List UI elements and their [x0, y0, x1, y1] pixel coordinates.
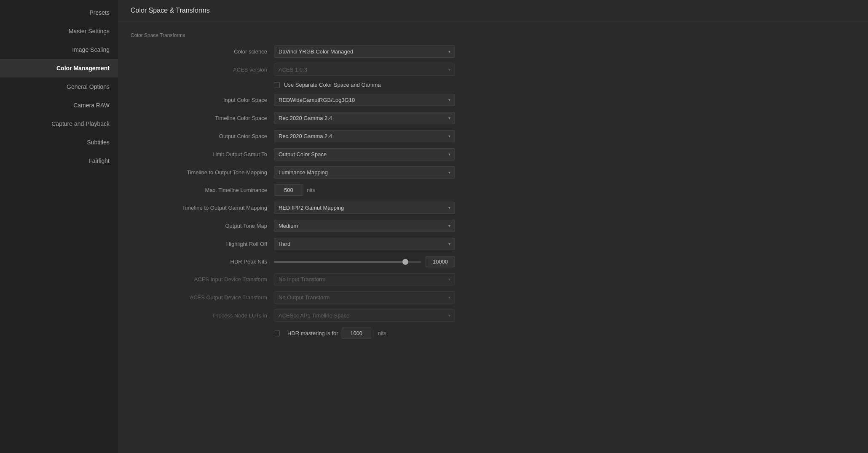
output-tone-map-value: Medium: [279, 223, 298, 229]
hdr-peak-nits-slider-thumb[interactable]: [402, 259, 408, 265]
max-luminance-unit: nits: [307, 187, 315, 193]
hdr-mastering-row: HDR mastering is for nits: [118, 325, 868, 342]
chevron-down-icon: ▾: [448, 313, 450, 318]
timeline-color-space-dropdown[interactable]: Rec.2020 Gamma 2.4 ▾: [274, 112, 455, 124]
process-node-luts-label: Process Node LUTs in: [131, 312, 274, 319]
hdr-peak-nits-slider-track[interactable]: [274, 261, 421, 263]
page-header: Color Space & Transforms: [118, 0, 868, 21]
hdr-peak-nits-input[interactable]: [426, 256, 455, 267]
output-tone-map-row: Output Tone Map Medium ▾: [118, 217, 868, 235]
chevron-down-icon: ▾: [448, 49, 450, 54]
max-luminance-control: nits: [274, 184, 455, 196]
gamut-mapping-dropdown[interactable]: RED IPP2 Gamut Mapping ▾: [274, 202, 455, 214]
input-color-space-row: Input Color Space REDWideGamutRGB/Log3G1…: [118, 91, 868, 109]
limit-output-gamut-row: Limit Output Gamut To Output Color Space…: [118, 145, 868, 163]
process-node-luts-dropdown[interactable]: ACEScc AP1 Timeline Space ▾: [274, 309, 455, 322]
timeline-color-space-control: Rec.2020 Gamma 2.4 ▾: [274, 112, 455, 124]
sidebar-item-color-management[interactable]: Color Management: [0, 59, 118, 77]
output-tone-map-label: Output Tone Map: [131, 223, 274, 229]
chevron-down-icon: ▾: [448, 224, 450, 228]
input-color-space-label: Input Color Space: [131, 97, 274, 103]
output-color-space-dropdown[interactable]: Rec.2020 Gamma 2.4 ▾: [274, 130, 455, 142]
hdr-peak-nits-row: HDR Peak Nits: [118, 253, 868, 270]
max-luminance-input[interactable]: [274, 184, 303, 196]
chevron-down-icon: ▾: [448, 152, 450, 157]
color-science-label: Color science: [131, 48, 274, 55]
hdr-mastering-input[interactable]: [342, 328, 371, 339]
limit-output-gamut-dropdown[interactable]: Output Color Space ▾: [274, 148, 455, 160]
chevron-down-icon: ▾: [448, 134, 450, 139]
sidebar-item-camera-raw[interactable]: Camera RAW: [0, 96, 118, 115]
input-color-space-control: REDWideGamutRGB/Log3G10 ▾: [274, 94, 455, 106]
input-color-space-dropdown[interactable]: REDWideGamutRGB/Log3G10 ▾: [274, 94, 455, 106]
chevron-down-icon: ▾: [448, 67, 450, 72]
gamut-mapping-label: Timeline to Output Gamut Mapping: [131, 205, 274, 211]
aces-input-device-row: ACES Input Device Transform No Input Tra…: [118, 270, 868, 288]
separate-color-space-checkbox[interactable]: [274, 82, 280, 88]
tone-mapping-row: Timeline to Output Tone Mapping Luminanc…: [118, 163, 868, 181]
tone-mapping-value: Luminance Mapping: [279, 169, 328, 176]
sidebar: PresetsMaster SettingsImage ScalingColor…: [0, 0, 118, 453]
hdr-mastering-checkbox[interactable]: [274, 330, 280, 336]
highlight-roll-off-control: Hard ▾: [274, 238, 455, 250]
color-science-row: Color science DaVinci YRGB Color Managed…: [118, 43, 868, 61]
aces-output-device-control: No Output Transform ▾: [274, 291, 455, 304]
aces-version-row: ACES version ACES 1.0.3 ▾: [118, 61, 868, 79]
chevron-down-icon: ▾: [448, 295, 450, 300]
tone-mapping-control: Luminance Mapping ▾: [274, 166, 455, 179]
sidebar-item-image-scaling[interactable]: Image Scaling: [0, 40, 118, 59]
output-tone-map-control: Medium ▾: [274, 220, 455, 232]
timeline-color-space-label: Timeline Color Space: [131, 115, 274, 121]
sidebar-item-master-settings[interactable]: Master Settings: [0, 22, 118, 40]
hdr-mastering-control: HDR mastering is for nits: [274, 328, 455, 339]
aces-input-device-dropdown[interactable]: No Input Transform ▾: [274, 273, 455, 285]
hdr-peak-nits-control: [274, 256, 455, 267]
main-panel: Color Space & Transforms Color Space Tra…: [118, 0, 868, 453]
input-color-space-value: REDWideGamutRGB/Log3G10: [279, 97, 355, 103]
output-color-space-value: Rec.2020 Gamma 2.4: [279, 133, 332, 139]
aces-input-device-control: No Input Transform ▾: [274, 273, 455, 285]
sidebar-item-capture-and-playback[interactable]: Capture and Playback: [0, 115, 118, 133]
aces-version-value: ACES 1.0.3: [279, 67, 307, 73]
chevron-down-icon: ▾: [448, 170, 450, 175]
aces-output-device-label: ACES Output Device Transform: [131, 294, 274, 301]
hdr-mastering-label: HDR mastering is for: [287, 330, 338, 336]
aces-output-device-row: ACES Output Device Transform No Output T…: [118, 288, 868, 306]
gamut-mapping-value: RED IPP2 Gamut Mapping: [279, 205, 344, 211]
chevron-down-icon: ▾: [448, 116, 450, 120]
gamut-mapping-control: RED IPP2 Gamut Mapping ▾: [274, 202, 455, 214]
sidebar-item-fairlight[interactable]: Fairlight: [0, 152, 118, 170]
output-color-space-label: Output Color Space: [131, 133, 274, 139]
color-science-value: DaVinci YRGB Color Managed: [279, 48, 353, 55]
sidebar-item-subtitles[interactable]: Subtitles: [0, 133, 118, 152]
timeline-color-space-value: Rec.2020 Gamma 2.4: [279, 115, 332, 121]
chevron-down-icon: ▾: [448, 98, 450, 102]
chevron-down-icon: ▾: [448, 277, 450, 282]
timeline-color-space-row: Timeline Color Space Rec.2020 Gamma 2.4 …: [118, 109, 868, 127]
sidebar-item-presets[interactable]: Presets: [0, 3, 118, 22]
chevron-down-icon: ▾: [448, 205, 450, 210]
aces-version-dropdown: ACES 1.0.3 ▾: [274, 64, 455, 76]
tone-mapping-dropdown[interactable]: Luminance Mapping ▾: [274, 166, 455, 179]
process-node-luts-row: Process Node LUTs in ACEScc AP1 Timeline…: [118, 306, 868, 325]
output-tone-map-dropdown[interactable]: Medium ▾: [274, 220, 455, 232]
gamut-mapping-row: Timeline to Output Gamut Mapping RED IPP…: [118, 199, 868, 217]
highlight-roll-off-value: Hard: [279, 241, 290, 247]
highlight-roll-off-label: Highlight Roll Off: [131, 241, 274, 247]
aces-input-device-label: ACES Input Device Transform: [131, 276, 274, 282]
aces-version-label: ACES version: [131, 67, 274, 73]
separate-color-space-row: Use Separate Color Space and Gamma: [118, 79, 868, 91]
sidebar-item-general-options[interactable]: General Options: [0, 77, 118, 96]
limit-output-gamut-label: Limit Output Gamut To: [131, 151, 274, 157]
process-node-luts-value: ACEScc AP1 Timeline Space: [279, 312, 349, 319]
section-header: Color Space Transforms: [118, 30, 868, 41]
hdr-mastering-inner: HDR mastering is for nits: [274, 328, 455, 339]
color-science-control: DaVinci YRGB Color Managed ▾: [274, 45, 455, 58]
chevron-down-icon: ▾: [448, 242, 450, 246]
color-science-dropdown[interactable]: DaVinci YRGB Color Managed ▾: [274, 45, 455, 58]
highlight-roll-off-dropdown[interactable]: Hard ▾: [274, 238, 455, 250]
process-node-luts-control: ACEScc AP1 Timeline Space ▾: [274, 309, 455, 322]
limit-output-gamut-control: Output Color Space ▾: [274, 148, 455, 160]
highlight-roll-off-row: Highlight Roll Off Hard ▾: [118, 235, 868, 253]
aces-output-device-dropdown[interactable]: No Output Transform ▾: [274, 291, 455, 304]
